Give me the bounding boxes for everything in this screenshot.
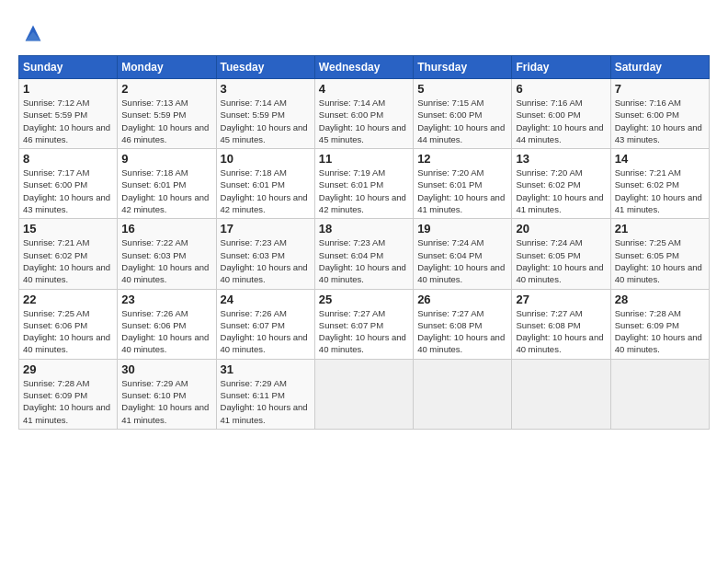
day-info: Sunrise: 7:27 AMSunset: 6:08 PMDaylight:…	[516, 307, 606, 356]
day-number: 12	[417, 152, 507, 166]
day-info: Sunrise: 7:16 AMSunset: 6:00 PMDaylight:…	[516, 97, 606, 145]
day-number: 17	[221, 222, 311, 236]
day-info: Sunrise: 7:27 AMSunset: 6:08 PMDaylight:…	[417, 307, 507, 356]
calendar-cell: 22Sunrise: 7:25 AMSunset: 6:06 PMDayligh…	[19, 289, 118, 359]
day-number: 8	[23, 152, 113, 166]
calendar-header-wednesday: Wednesday	[314, 56, 413, 79]
day-number: 2	[121, 82, 211, 96]
calendar-week-row: 22Sunrise: 7:25 AMSunset: 6:06 PMDayligh…	[19, 289, 710, 359]
calendar-cell: 31Sunrise: 7:29 AMSunset: 6:11 PMDayligh…	[216, 359, 314, 429]
day-info: Sunrise: 7:28 AMSunset: 6:09 PMDaylight:…	[615, 307, 705, 356]
day-info: Sunrise: 7:15 AMSunset: 6:00 PMDaylight:…	[417, 97, 507, 145]
day-number: 13	[516, 152, 606, 166]
calendar-cell: 13Sunrise: 7:20 AMSunset: 6:02 PMDayligh…	[512, 149, 610, 219]
day-info: Sunrise: 7:25 AMSunset: 6:05 PMDaylight:…	[615, 236, 705, 285]
day-info: Sunrise: 7:12 AMSunset: 5:59 PMDaylight:…	[23, 97, 113, 145]
day-info: Sunrise: 7:21 AMSunset: 6:02 PMDaylight:…	[615, 167, 705, 215]
calendar-week-row: 15Sunrise: 7:21 AMSunset: 6:02 PMDayligh…	[19, 219, 710, 289]
day-info: Sunrise: 7:23 AMSunset: 6:04 PMDaylight:…	[319, 236, 409, 285]
calendar-cell: 17Sunrise: 7:23 AMSunset: 6:03 PMDayligh…	[216, 219, 314, 289]
calendar-header-saturday: Saturday	[610, 56, 709, 79]
day-number: 23	[121, 293, 211, 306]
logo-icon	[20, 20, 46, 46]
calendar-cell: 8Sunrise: 7:17 AMSunset: 6:00 PMDaylight…	[19, 149, 118, 219]
calendar-cell: 26Sunrise: 7:27 AMSunset: 6:08 PMDayligh…	[414, 289, 512, 359]
calendar-cell: 10Sunrise: 7:18 AMSunset: 6:01 PMDayligh…	[216, 149, 314, 219]
day-info: Sunrise: 7:20 AMSunset: 6:01 PMDaylight:…	[417, 167, 507, 215]
calendar-cell: 25Sunrise: 7:27 AMSunset: 6:07 PMDayligh…	[314, 289, 413, 359]
day-info: Sunrise: 7:14 AMSunset: 6:00 PMDaylight:…	[319, 97, 409, 145]
calendar-header-tuesday: Tuesday	[216, 56, 314, 79]
calendar-cell: 15Sunrise: 7:21 AMSunset: 6:02 PMDayligh…	[19, 219, 118, 289]
day-info: Sunrise: 7:18 AMSunset: 6:01 PMDaylight:…	[221, 167, 311, 215]
day-number: 4	[319, 82, 409, 96]
day-number: 26	[417, 293, 507, 306]
calendar-cell: 1Sunrise: 7:12 AMSunset: 5:59 PMDaylight…	[19, 79, 118, 149]
logo	[18, 20, 46, 46]
day-number: 16	[121, 222, 211, 236]
calendar-cell: 18Sunrise: 7:23 AMSunset: 6:04 PMDayligh…	[314, 219, 413, 289]
calendar-cell: 28Sunrise: 7:28 AMSunset: 6:09 PMDayligh…	[610, 289, 709, 359]
calendar-cell: 9Sunrise: 7:18 AMSunset: 6:01 PMDaylight…	[118, 149, 216, 219]
day-number: 31	[221, 362, 311, 376]
calendar-cell: 29Sunrise: 7:28 AMSunset: 6:09 PMDayligh…	[19, 359, 118, 429]
day-number: 24	[221, 293, 311, 306]
day-number: 28	[615, 293, 705, 306]
page: SundayMondayTuesdayWednesdayThursdayFrid…	[0, 0, 728, 441]
calendar-cell: 14Sunrise: 7:21 AMSunset: 6:02 PMDayligh…	[610, 149, 709, 219]
calendar-cell: 21Sunrise: 7:25 AMSunset: 6:05 PMDayligh…	[610, 219, 709, 289]
day-info: Sunrise: 7:29 AMSunset: 6:10 PMDaylight:…	[121, 377, 211, 426]
day-info: Sunrise: 7:29 AMSunset: 6:11 PMDaylight:…	[221, 377, 311, 426]
calendar-cell: 4Sunrise: 7:14 AMSunset: 6:00 PMDaylight…	[314, 79, 413, 149]
day-info: Sunrise: 7:13 AMSunset: 5:59 PMDaylight:…	[121, 97, 211, 145]
day-info: Sunrise: 7:23 AMSunset: 6:03 PMDaylight:…	[221, 236, 311, 285]
day-number: 18	[319, 222, 409, 236]
day-number: 27	[516, 293, 606, 306]
calendar-cell: 19Sunrise: 7:24 AMSunset: 6:04 PMDayligh…	[414, 219, 512, 289]
day-info: Sunrise: 7:17 AMSunset: 6:00 PMDaylight:…	[23, 167, 113, 215]
day-number: 3	[221, 82, 311, 96]
day-number: 7	[615, 82, 705, 96]
calendar-cell: 3Sunrise: 7:14 AMSunset: 5:59 PMDaylight…	[216, 79, 314, 149]
day-number: 22	[23, 293, 113, 306]
day-info: Sunrise: 7:20 AMSunset: 6:02 PMDaylight:…	[516, 167, 606, 215]
day-number: 6	[516, 82, 606, 96]
calendar-cell: 7Sunrise: 7:16 AMSunset: 6:00 PMDaylight…	[610, 79, 709, 149]
calendar-week-row: 8Sunrise: 7:17 AMSunset: 6:00 PMDaylight…	[19, 149, 710, 219]
calendar-week-row: 1Sunrise: 7:12 AMSunset: 5:59 PMDaylight…	[19, 79, 710, 149]
day-number: 30	[121, 362, 211, 376]
day-number: 20	[516, 222, 606, 236]
calendar-cell: 20Sunrise: 7:24 AMSunset: 6:05 PMDayligh…	[512, 219, 610, 289]
calendar-header-monday: Monday	[118, 56, 216, 79]
day-number: 29	[23, 362, 113, 376]
day-number: 1	[23, 82, 113, 96]
day-info: Sunrise: 7:24 AMSunset: 6:05 PMDaylight:…	[516, 236, 606, 285]
calendar-header-sunday: Sunday	[19, 56, 118, 79]
calendar-cell: 27Sunrise: 7:27 AMSunset: 6:08 PMDayligh…	[512, 289, 610, 359]
day-info: Sunrise: 7:22 AMSunset: 6:03 PMDaylight:…	[121, 236, 211, 285]
day-info: Sunrise: 7:25 AMSunset: 6:06 PMDaylight:…	[23, 307, 113, 356]
calendar-week-row: 29Sunrise: 7:28 AMSunset: 6:09 PMDayligh…	[19, 359, 710, 429]
calendar-cell	[414, 359, 512, 429]
day-number: 5	[417, 82, 507, 96]
calendar-cell	[610, 359, 709, 429]
day-info: Sunrise: 7:24 AMSunset: 6:04 PMDaylight:…	[417, 236, 507, 285]
calendar-cell	[512, 359, 610, 429]
calendar-cell: 2Sunrise: 7:13 AMSunset: 5:59 PMDaylight…	[118, 79, 216, 149]
calendar-cell: 5Sunrise: 7:15 AMSunset: 6:00 PMDaylight…	[414, 79, 512, 149]
day-info: Sunrise: 7:18 AMSunset: 6:01 PMDaylight:…	[121, 167, 211, 215]
calendar-header-row: SundayMondayTuesdayWednesdayThursdayFrid…	[19, 56, 710, 79]
calendar-cell: 30Sunrise: 7:29 AMSunset: 6:10 PMDayligh…	[118, 359, 216, 429]
day-info: Sunrise: 7:19 AMSunset: 6:01 PMDaylight:…	[319, 167, 409, 215]
day-number: 10	[221, 152, 311, 166]
day-number: 21	[615, 222, 705, 236]
day-info: Sunrise: 7:27 AMSunset: 6:07 PMDaylight:…	[319, 307, 409, 356]
day-number: 14	[615, 152, 705, 166]
calendar-cell: 23Sunrise: 7:26 AMSunset: 6:06 PMDayligh…	[118, 289, 216, 359]
calendar-cell: 16Sunrise: 7:22 AMSunset: 6:03 PMDayligh…	[118, 219, 216, 289]
day-number: 9	[121, 152, 211, 166]
day-info: Sunrise: 7:14 AMSunset: 5:59 PMDaylight:…	[221, 97, 311, 145]
day-info: Sunrise: 7:26 AMSunset: 6:07 PMDaylight:…	[221, 307, 311, 356]
day-info: Sunrise: 7:26 AMSunset: 6:06 PMDaylight:…	[121, 307, 211, 356]
calendar-cell: 24Sunrise: 7:26 AMSunset: 6:07 PMDayligh…	[216, 289, 314, 359]
